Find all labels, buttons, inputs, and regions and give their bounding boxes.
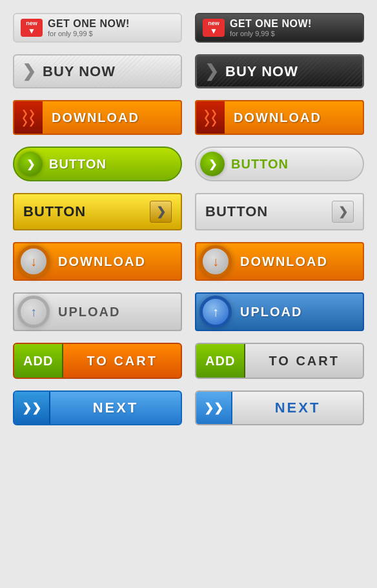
upload-light-arrow-icon: ↑ <box>30 305 37 319</box>
next-text-part-dark: NEXT <box>232 392 363 424</box>
upload-blue-arrow-icon: ↑ <box>212 305 219 319</box>
green-circle-icon: ❯ <box>18 152 43 176</box>
button-gray-outline-button[interactable]: BUTTON ❯ <box>195 193 364 230</box>
add-label-gray: ADD <box>205 354 235 369</box>
button-yellow-button[interactable]: BUTTON ❯ <box>13 193 182 230</box>
button-green-outline-label: BUTTON <box>231 157 289 172</box>
to-cart-part-orange: TO CART <box>63 344 181 378</box>
button-green-outline-button[interactable]: ❯ BUTTON <box>195 147 364 181</box>
get-now-subtitle-dark: for only 9,99 $ <box>230 30 312 37</box>
chevron-right-dark-icon: ❯ <box>205 61 219 81</box>
to-cart-label-gray: TO CART <box>269 354 340 369</box>
badge-new-text: new <box>26 20 37 26</box>
upload-blue-ring-icon: ↑ <box>199 296 232 328</box>
button-gray-label: BUTTON <box>205 203 268 220</box>
download-icon-part: ❯❯ ❯❯ <box>14 101 43 134</box>
upload-blue-button[interactable]: ↑ UPLOAD <box>195 292 364 331</box>
to-cart-part-gray: TO CART <box>245 344 363 378</box>
download-chevrons-icon2: ❯❯ <box>21 117 36 126</box>
buy-now-light-button[interactable]: ❯ BUY NOW <box>13 54 182 88</box>
get-now-subtitle: for only 9,99 $ <box>48 30 130 37</box>
next-chevrons-icon: ❯❯ <box>22 401 41 415</box>
badge-arrow-icon: ▼ <box>28 26 36 35</box>
get-one-now-light-button[interactable]: new ▼ GET ONE NOW! for only 9,99 $ <box>13 13 182 43</box>
get-now-title-dark: GET ONE NOW! <box>230 18 312 30</box>
buy-now-label-dark: BUY NOW <box>225 63 298 80</box>
download-icon-part-2: ❯❯ ❯❯ <box>196 101 225 134</box>
download-circle-orange-button[interactable]: ↓ DOWNLOAD <box>13 242 182 281</box>
upload-light-icon-wrap: ↑ <box>14 292 53 331</box>
new-badge: new ▼ <box>21 19 43 37</box>
download-chevrons-icon4: ❯❯ <box>203 117 218 126</box>
buy-now-dark-button[interactable]: ❯ BUY NOW <box>195 54 364 88</box>
next-text-part: NEXT <box>50 392 181 424</box>
upload-blue-icon-wrap: ↑ <box>196 292 235 331</box>
green-circle-outline-icon: ❯ <box>200 152 225 176</box>
add-label: ADD <box>23 354 53 369</box>
upload-light-ring-icon: ↑ <box>17 296 50 328</box>
new-badge-dark: new ▼ <box>203 19 225 37</box>
add-part-gray: ADD <box>196 344 245 378</box>
next-blue-button[interactable]: ❯❯ NEXT <box>13 390 182 425</box>
download-ring-icon-2: ↓ <box>199 245 232 278</box>
next-label: NEXT <box>93 400 139 416</box>
to-cart-label: TO CART <box>87 354 158 369</box>
gray-arrow-icon: ❯ <box>332 201 354 223</box>
get-now-text-container: GET ONE NOW! for only 9,99 $ <box>48 18 130 37</box>
next-icon-part-blue: ❯❯ <box>196 392 232 424</box>
download-circle-label-2: DOWNLOAD <box>235 254 328 269</box>
download-label: DOWNLOAD <box>43 110 139 125</box>
next-chevrons-blue-icon: ❯❯ <box>204 401 223 415</box>
chevron-circle-outline-icon: ❯ <box>209 158 217 170</box>
get-now-text-container-dark: GET ONE NOW! for only 9,99 $ <box>230 18 312 37</box>
upload-light-label: UPLOAD <box>53 305 120 319</box>
download-circle-icon-2: ↓ <box>196 242 235 281</box>
chevron-circle-icon: ❯ <box>26 158 35 170</box>
get-now-title: GET ONE NOW! <box>48 18 130 30</box>
download-label-2: DOWNLOAD <box>225 110 321 125</box>
add-to-cart-gray-button[interactable]: ADD TO CART <box>195 343 364 379</box>
badge-new-text-dark: new <box>208 20 219 26</box>
download-circle-icon: ↓ <box>14 242 53 281</box>
add-to-cart-orange-button[interactable]: ADD TO CART <box>13 343 182 379</box>
download-arrow-icon: ↓ <box>30 254 37 269</box>
yellow-arrow-icon: ❯ <box>150 201 172 223</box>
download-orange-button-2[interactable]: ❯❯ ❯❯ DOWNLOAD <box>195 100 364 135</box>
download-ring-icon: ↓ <box>17 245 50 278</box>
upload-light-button[interactable]: ↑ UPLOAD <box>13 292 182 331</box>
add-part-orange: ADD <box>14 344 63 378</box>
download-circle-orange-button-2[interactable]: ↓ DOWNLOAD <box>195 242 364 281</box>
chevron-right-icon: ❯ <box>22 61 36 81</box>
next-icon-part: ❯❯ <box>14 392 50 424</box>
download-circle-label: DOWNLOAD <box>53 254 146 269</box>
button-green-label: BUTTON <box>49 157 107 172</box>
badge-arrow-icon-dark: ▼ <box>210 26 218 35</box>
download-arrow-icon-2: ↓ <box>212 254 219 269</box>
next-gray-button[interactable]: ❯❯ NEXT <box>195 390 364 425</box>
next-label-dark: NEXT <box>275 400 321 416</box>
upload-blue-label: UPLOAD <box>235 305 302 319</box>
get-one-now-dark-button[interactable]: new ▼ GET ONE NOW! for only 9,99 $ <box>195 13 364 43</box>
button-yellow-label: BUTTON <box>23 203 86 220</box>
download-orange-button[interactable]: ❯❯ ❯❯ DOWNLOAD <box>13 100 182 135</box>
buy-now-label: BUY NOW <box>43 63 116 80</box>
button-green-button[interactable]: ❯ BUTTON <box>13 147 182 181</box>
